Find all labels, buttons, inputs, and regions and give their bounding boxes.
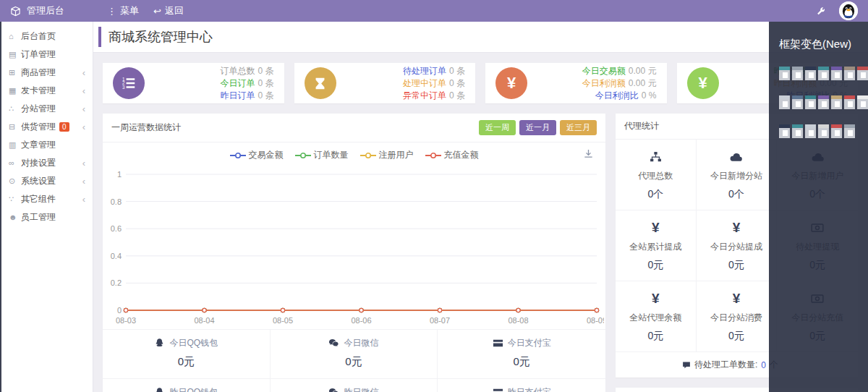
agent-stat-label: 全站代理余额 — [616, 312, 696, 324]
sidebar-item-label: 系统设置 — [21, 176, 56, 186]
legend-item[interactable]: 交易金额 — [230, 149, 284, 161]
theme-swatch[interactable] — [857, 67, 868, 80]
page-title: 商城系统管理中心 — [109, 28, 213, 46]
stat-card-rows: 今日交易额0.00 元今日利润额0.00 元今日利润比0 % — [582, 65, 657, 102]
sidebar-item-card-issue[interactable]: ▦发卡管理‹ — [0, 82, 93, 100]
theme-swatch[interactable] — [831, 67, 842, 80]
theme-swatch[interactable] — [792, 124, 803, 138]
menu-label: 菜单 — [120, 4, 139, 17]
stat-card-order-status: 待处理订单0 条处理中订单0 条异常中订单0 条 — [294, 63, 476, 103]
sidebar-item-label: 后台首页 — [21, 32, 56, 41]
agent-stat-cell: ¥全站代理余额0元 — [616, 281, 697, 352]
chevron-left-icon: ‹ — [82, 122, 85, 132]
home-icon: ⌂ — [9, 32, 21, 41]
theme-swatch[interactable] — [779, 124, 790, 138]
theme-swatch[interactable] — [844, 95, 855, 109]
agent-panel-title: 代理统计 — [624, 120, 659, 132]
agent-stat-value: 0元 — [616, 330, 696, 343]
theme-swatch[interactable] — [831, 95, 842, 109]
theme-swatch[interactable] — [818, 95, 829, 109]
legend-label: 充值金额 — [444, 149, 479, 161]
agent-stat-cell: ¥今日分站消费0元 — [697, 281, 778, 352]
svg-text:08-06: 08-06 — [351, 316, 371, 325]
stat-value: 0 条 — [449, 90, 465, 101]
alipay-card-icon — [493, 338, 503, 349]
menu-dots-icon: ⋮ — [107, 7, 116, 16]
range-button-quarter[interactable]: 近三月 — [560, 120, 597, 135]
qq-penguin-avatar-icon — [839, 1, 858, 20]
stat-label: 今日订单 — [220, 78, 255, 88]
wechat-icon — [328, 338, 339, 349]
stat-label: 订单总数 — [220, 66, 255, 76]
range-button-month[interactable]: 近一月 — [519, 120, 556, 135]
sidebar-item-orders[interactable]: ▤订单管理 — [0, 46, 93, 64]
legend-label: 注册用户 — [379, 149, 414, 161]
theme-swatch[interactable] — [779, 67, 790, 80]
legend-item[interactable]: 订单数量 — [295, 149, 349, 161]
sidebar-item-products[interactable]: ⊞商品管理‹ — [0, 64, 93, 82]
gear-icon: ⊙ — [9, 176, 21, 186]
theme-swatch[interactable] — [805, 67, 816, 80]
stat-value: 0 条 — [449, 78, 465, 88]
back-button[interactable]: ↩ 返回 — [153, 4, 184, 17]
theme-swatch[interactable] — [805, 124, 816, 138]
yen-icon: ¥ — [616, 220, 696, 236]
theme-swatch[interactable] — [831, 124, 842, 138]
sidebar-item-home[interactable]: ⌂后台首页 — [0, 27, 93, 46]
svg-text:0.8: 0.8 — [111, 197, 122, 206]
stat-card-order-totals: 123订单总数0 条今日订单0 条昨日订单0 条 — [103, 63, 284, 103]
stat-value: 0 条 — [258, 66, 273, 76]
cart-icon: ⊞ — [9, 68, 21, 77]
theme-swatch[interactable] — [792, 67, 803, 80]
theme-swatch[interactable] — [818, 67, 829, 80]
sidebar-item-staff[interactable]: ☻员工管理 — [0, 208, 93, 226]
svg-text:1: 1 — [117, 170, 122, 179]
theme-swatch[interactable] — [792, 95, 803, 109]
article-icon: ▥ — [9, 140, 21, 150]
brand[interactable]: 管理后台 — [0, 4, 93, 17]
stat-label: 昨日订单 — [220, 90, 255, 101]
payment-cell: 昨日支付宝0元 — [438, 379, 605, 392]
title-accent-bar — [98, 27, 101, 47]
payment-label: 今日微信 — [344, 337, 378, 349]
sidebar-item-substations[interactable]: ∴分站管理‹ — [0, 100, 93, 118]
legend-marker-icon — [295, 152, 311, 159]
stat-value: 0.00 元 — [629, 66, 657, 76]
menu-button[interactable]: ⋮ 菜单 — [107, 4, 139, 17]
svg-text:08-08: 08-08 — [508, 316, 528, 325]
sidebar-item-integration[interactable]: ∞对接设置‹ — [0, 154, 93, 172]
theme-swatch[interactable] — [805, 95, 816, 109]
sidebar-item-supply[interactable]: ⊟供货管理0‹ — [0, 118, 93, 136]
theme-swatch[interactable] — [857, 95, 868, 109]
agent-stat-cell: 代理总数0个 — [616, 140, 697, 210]
legend-item[interactable]: 充值金额 — [425, 149, 479, 161]
sidebar-item-label: 员工管理 — [21, 213, 56, 222]
payment-cell: 今日微信0元 — [271, 330, 438, 379]
stat-row: 昨日订单0 条 — [220, 90, 273, 102]
theme-swatch[interactable] — [818, 124, 829, 138]
chart-panel: 一周运营数据统计 近一周近一月近三月 交易金额订单数量注册用户充值金额 00.2… — [103, 114, 605, 392]
theme-swatch[interactable] — [844, 67, 855, 80]
svg-text:08-04: 08-04 — [194, 316, 214, 325]
legend-item[interactable]: 注册用户 — [360, 149, 414, 161]
range-button-week[interactable]: 近一周 — [479, 120, 516, 135]
chevron-left-icon: ‹ — [82, 158, 85, 168]
sidebar-item-components[interactable]: ∵其它组件‹ — [0, 190, 93, 208]
stat-value: 0 条 — [258, 78, 273, 88]
chevron-left-icon: ‹ — [82, 86, 85, 95]
theme-swatch[interactable] — [779, 95, 790, 109]
legend-marker-icon — [425, 152, 441, 159]
yen-icon: ¥ — [697, 291, 777, 307]
legend-label: 订单数量 — [314, 149, 349, 161]
sidebar-item-label: 分站管理 — [21, 104, 56, 114]
download-icon[interactable] — [583, 148, 594, 162]
theme-swatch[interactable] — [844, 124, 855, 138]
qq-icon — [154, 387, 165, 392]
svg-text:08-03: 08-03 — [116, 316, 136, 325]
agent-stat-cell: ¥今日分站提成0元 — [697, 210, 778, 281]
wrench-settings-button[interactable] — [816, 6, 826, 16]
sidebar-item-system[interactable]: ⊙系统设置‹ — [0, 172, 93, 190]
hourglass-icon — [305, 67, 336, 99]
user-avatar[interactable] — [839, 1, 858, 20]
sidebar-item-articles[interactable]: ▥文章管理 — [0, 136, 93, 154]
